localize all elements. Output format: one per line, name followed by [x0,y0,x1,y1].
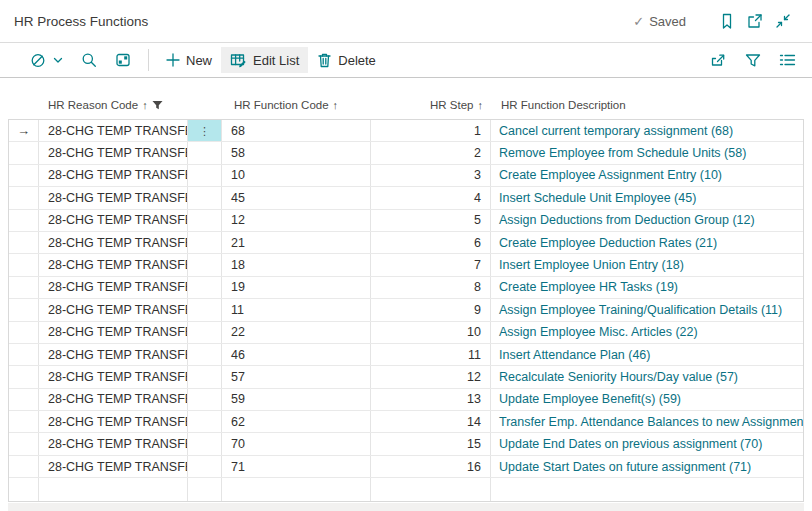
hr-reason-code-cell[interactable]: 28-CHG TEMP TRANSFER [39,411,188,432]
hr-function-description-link[interactable]: Update Employee Benefit(s) (59) [499,392,681,406]
hr-function-description-link[interactable]: Recalculate Seniority Hours/Day value (5… [499,370,738,384]
hr-function-code-cell[interactable] [222,478,371,500]
hr-function-code-cell[interactable]: 59 [222,389,371,410]
hr-function-code-cell[interactable]: 45 [222,187,371,208]
hr-function-code-cell[interactable]: 12 [222,210,371,231]
hr-function-description-link[interactable]: Create Employee Assignment Entry (10) [499,168,722,182]
table-row[interactable]: → 28-CHG TEMP TRANSFER ⋮ 46 11 Insert At… [9,344,803,366]
table-row[interactable]: → 28-CHG TEMP TRANSFER ⋮ 18 7 Insert Emp… [9,254,803,276]
hr-step-cell[interactable]: 1 [371,120,491,141]
table-row[interactable]: → 28-CHG TEMP TRANSFER ⋮ 22 10 Assign Em… [9,322,803,344]
collapse-icon[interactable] [770,8,796,34]
hr-step-cell[interactable]: 16 [371,456,491,477]
hr-step-cell[interactable]: 11 [371,344,491,365]
share-button[interactable] [701,47,736,73]
hr-step-cell[interactable]: 9 [371,299,491,320]
hr-step-cell[interactable]: 2 [371,142,491,163]
hr-reason-code-cell[interactable]: 28-CHG TEMP TRANSFER [39,277,188,298]
hr-reason-code-cell[interactable]: 28-CHG TEMP TRANSFER [39,456,188,477]
hr-reason-code-cell[interactable]: 28-CHG TEMP TRANSFER [39,254,188,275]
hr-function-description-link[interactable]: Insert Employee Union Entry (18) [499,258,684,272]
hr-step-cell[interactable]: 5 [371,210,491,231]
table-row[interactable]: → 28-CHG TEMP TRANSFER ⋮ 19 8 Create Emp… [9,277,803,299]
hr-step-cell[interactable]: 3 [371,165,491,186]
table-row[interactable]: → 28-CHG TEMP TRANSFER ⋮ 10 3 Create Emp… [9,165,803,187]
hr-step-cell[interactable]: 15 [371,433,491,454]
table-row[interactable]: → 28-CHG TEMP TRANSFER ⋮ 45 4 Insert Sch… [9,187,803,209]
hr-reason-code-cell[interactable]: 28-CHG TEMP TRANSFER [39,142,188,163]
hr-reason-code-cell[interactable]: 28-CHG TEMP TRANSFER [39,344,188,365]
column-header-hr-step[interactable]: HR Step [372,99,492,111]
new-button[interactable]: New [157,48,221,73]
hr-reason-code-cell[interactable]: 28-CHG TEMP TRANSFER [39,433,188,454]
table-row[interactable]: → 28-CHG TEMP TRANSFER ⋮ 62 14 Transfer … [9,411,803,433]
hr-function-description-link[interactable]: Assign Employee Training/Qualification D… [499,303,782,317]
hr-reason-code-cell[interactable]: 28-CHG TEMP TRANSFER [39,232,188,253]
app-menu-button[interactable] [26,47,72,74]
hr-function-description-link[interactable]: Remove Employee from Schedule Units (58) [499,146,746,160]
hr-reason-code-cell[interactable]: 28-CHG TEMP TRANSFER [39,322,188,343]
filter-button[interactable] [736,48,770,73]
hr-function-code-cell[interactable]: 71 [222,456,371,477]
hr-step-cell[interactable]: 13 [371,389,491,410]
hr-function-code-cell[interactable]: 57 [222,366,371,387]
hr-function-code-cell[interactable]: 10 [222,165,371,186]
column-header-hr-function-description[interactable]: HR Function Description [492,99,804,111]
hr-function-code-cell[interactable]: 11 [222,299,371,320]
hr-function-code-cell[interactable]: 62 [222,411,371,432]
hr-function-code-cell[interactable]: 18 [222,254,371,275]
hr-step-cell[interactable]: 4 [371,187,491,208]
options-list-button[interactable] [770,48,798,72]
hr-function-description-link[interactable]: Update End Dates on previous assignment … [499,437,762,451]
row-menu-icon[interactable]: ⋮ [199,129,210,133]
hr-reason-code-cell[interactable]: 28-CHG TEMP TRANSFER [39,366,188,387]
bookmark-icon[interactable] [714,8,740,34]
hr-function-description-link[interactable]: Create Employee HR Tasks (19) [499,280,678,294]
open-in-new-window-icon[interactable] [742,8,768,34]
hr-reason-code-cell[interactable] [39,478,188,500]
table-row[interactable]: → 28-CHG TEMP TRANSFER ⋮ 57 12 Recalcula… [9,366,803,388]
hr-reason-code-cell[interactable]: 28-CHG TEMP TRANSFER [39,120,188,141]
hr-function-code-cell[interactable]: 21 [222,232,371,253]
table-row[interactable]: → ⋮ [9,478,803,500]
hr-reason-code-cell[interactable]: 28-CHG TEMP TRANSFER [39,187,188,208]
hr-step-cell[interactable] [371,478,491,500]
table-row[interactable]: → 28-CHG TEMP TRANSFER ⋮ 71 16 Update St… [9,456,803,478]
hr-function-description-link[interactable]: Update Start Dates on future assignment … [499,460,751,474]
table-row[interactable]: → 28-CHG TEMP TRANSFER ⋮ 59 13 Update Em… [9,389,803,411]
hr-function-code-cell[interactable]: 46 [222,344,371,365]
hr-function-description-link[interactable]: Assign Deductions from Deduction Group (… [499,213,755,227]
hr-reason-code-cell[interactable]: 28-CHG TEMP TRANSFER [39,299,188,320]
delete-button[interactable]: Delete [308,47,385,73]
hr-step-cell[interactable]: 6 [371,232,491,253]
hr-function-description-link[interactable]: Create Employee Deduction Rates (21) [499,236,717,250]
table-row[interactable]: → 28-CHG TEMP TRANSFER ⋮ 11 9 Assign Emp… [9,299,803,321]
hr-function-description-link[interactable]: Assign Employee Misc. Articles (22) [499,325,698,339]
hr-step-cell[interactable]: 8 [371,277,491,298]
hr-function-description-link[interactable]: Cancel current temporary assignment (68) [499,124,733,138]
hr-function-code-cell[interactable]: 70 [222,433,371,454]
table-row[interactable]: → 28-CHG TEMP TRANSFER ⋮ 21 6 Create Emp… [9,232,803,254]
hr-reason-code-cell[interactable]: 28-CHG TEMP TRANSFER [39,389,188,410]
hr-step-cell[interactable]: 14 [371,411,491,432]
column-header-hr-reason-code[interactable]: HR Reason Code [40,99,189,111]
hr-step-cell[interactable]: 12 [371,366,491,387]
hr-step-cell[interactable]: 10 [371,322,491,343]
hr-function-code-cell[interactable]: 58 [222,142,371,163]
table-row[interactable]: → 28-CHG TEMP TRANSFER ⋮ 58 2 Remove Emp… [9,142,803,164]
hr-function-code-cell[interactable]: 19 [222,277,371,298]
hr-function-description-link[interactable]: Insert Schedule Unit Employee (45) [499,191,696,205]
column-header-hr-function-code[interactable]: HR Function Code [223,99,372,111]
table-row[interactable]: → 28-CHG TEMP TRANSFER ⋮ 70 15 Update En… [9,433,803,455]
table-row[interactable]: → 28-CHG TEMP TRANSFER ⋮ 68 1 Cancel cur… [9,120,803,142]
table-row[interactable]: → 28-CHG TEMP TRANSFER ⋮ 12 5 Assign Ded… [9,210,803,232]
edit-list-button[interactable]: Edit List [221,47,308,73]
hr-function-code-cell[interactable]: 22 [222,322,371,343]
hr-function-code-cell[interactable]: 68 [222,120,371,141]
hr-step-cell[interactable]: 7 [371,254,491,275]
hr-reason-code-cell[interactable]: 28-CHG TEMP TRANSFER [39,210,188,231]
hr-function-description-link[interactable]: Transfer Emp. Attendance Balances to new… [499,415,803,429]
hr-function-description-link[interactable]: Insert Attendance Plan (46) [499,348,650,362]
analyze-button[interactable] [106,47,140,73]
hr-reason-code-cell[interactable]: 28-CHG TEMP TRANSFER [39,165,188,186]
